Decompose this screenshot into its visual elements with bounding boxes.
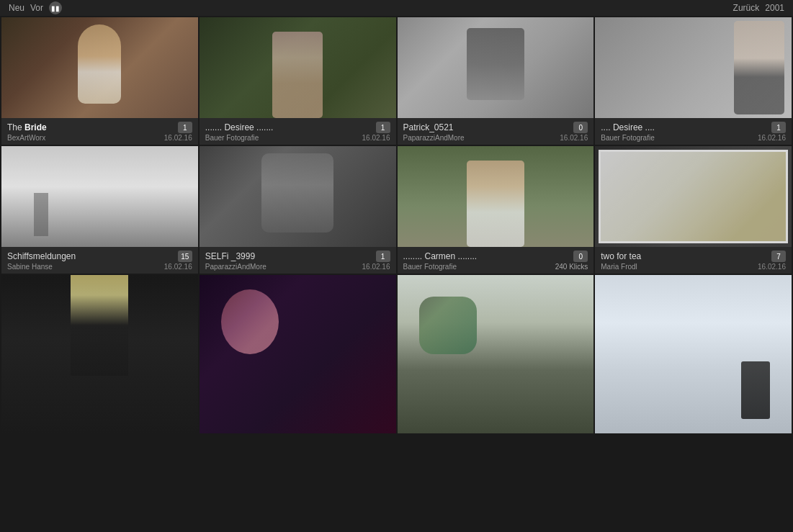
card-author-twoftea: Maria Frodl bbox=[601, 263, 637, 271]
card-info-row1-carmen: ........ Carmen ........0 bbox=[403, 251, 588, 262]
photo-image-desiree2 bbox=[595, 17, 792, 118]
photo-card-rose[interactable] bbox=[200, 275, 396, 433]
card-author-desiree1: Bauer Fotografie bbox=[205, 134, 259, 142]
card-author-desiree2: Bauer Fotografie bbox=[601, 134, 655, 142]
card-info-bride: The Bride1BexArtWorx16.02.16 bbox=[1, 118, 198, 145]
card-info-row1-bride: The Bride1 bbox=[7, 122, 192, 133]
card-author-schiff: Sabine Hanse bbox=[7, 263, 53, 271]
nav-page-number: 2001 bbox=[765, 3, 784, 13]
card-title-twoftea: two for tea bbox=[601, 251, 768, 261]
photo-card-twoftea[interactable]: two for tea7Maria Frodl16.02.16 bbox=[595, 146, 792, 274]
card-date-desiree1: 16.02.16 bbox=[362, 134, 390, 142]
photo-image-selfi bbox=[200, 146, 396, 247]
card-title-patrick: Patrick_0521 bbox=[403, 122, 570, 132]
card-info-row2-twoftea: Maria Frodl16.02.16 bbox=[601, 263, 786, 271]
card-info-carmen: ........ Carmen ........0Bauer Fotografi… bbox=[398, 247, 594, 274]
photo-card-bride[interactable]: The Bride1BexArtWorx16.02.16 bbox=[1, 17, 198, 145]
photo-image-desiree1 bbox=[200, 17, 396, 118]
photo-card-patrick[interactable]: Patrick_05210PaparazziAndMore16.02.16 bbox=[398, 17, 594, 145]
photo-image-snow bbox=[595, 275, 792, 433]
card-badge-desiree1: 1 bbox=[376, 122, 390, 133]
card-badge-twoftea: 7 bbox=[771, 251, 786, 262]
card-info-selfi: SELFi _39991PaparazziAndMore16.02.16 bbox=[200, 247, 396, 274]
card-badge-patrick: 0 bbox=[573, 122, 588, 133]
photo-image-bride bbox=[1, 17, 198, 118]
card-title-desiree1: ....... Desiree ....... bbox=[205, 122, 372, 132]
card-date-schiff: 16.02.16 bbox=[164, 263, 192, 271]
card-badge-bride: 1 bbox=[178, 122, 192, 133]
top-navigation-bar: Neu Vor ▮▮ Zurück 2001 bbox=[0, 0, 793, 16]
card-info-row2-patrick: PaparazziAndMore16.02.16 bbox=[403, 134, 588, 142]
card-info-row2-carmen: Bauer Fotografie240 Klicks bbox=[403, 263, 588, 271]
card-info-desiree1: ....... Desiree .......1Bauer Fotografie… bbox=[200, 118, 396, 145]
card-info-row1-desiree1: ....... Desiree .......1 bbox=[205, 122, 390, 133]
card-info-row2-schiff: Sabine Hanse16.02.16 bbox=[7, 263, 192, 271]
nav-neu-link[interactable]: Neu bbox=[9, 3, 24, 13]
card-info-row2-desiree2: Bauer Fotografie16.02.16 bbox=[601, 134, 786, 142]
photo-card-tree[interactable] bbox=[398, 275, 594, 433]
card-clicks-carmen: 240 Klicks bbox=[555, 263, 588, 271]
card-title-selfi: SELFi _3999 bbox=[205, 251, 372, 261]
card-date-twoftea: 16.02.16 bbox=[758, 263, 786, 271]
card-info-row1-twoftea: two for tea7 bbox=[601, 251, 786, 262]
card-author-selfi: PaparazziAndMore bbox=[205, 263, 266, 271]
card-title-schiff: Schiffsmeldungen bbox=[7, 251, 174, 261]
card-title-carmen: ........ Carmen ........ bbox=[403, 251, 570, 261]
photo-image-blond bbox=[1, 275, 198, 433]
card-info-row2-desiree1: Bauer Fotografie16.02.16 bbox=[205, 134, 390, 142]
photo-card-snow[interactable] bbox=[595, 275, 792, 433]
play-button[interactable]: ▮▮ bbox=[49, 1, 62, 14]
card-info-row2-selfi: PaparazziAndMore16.02.16 bbox=[205, 263, 390, 271]
nav-zuruck-link[interactable]: Zurück bbox=[733, 3, 760, 13]
card-info-row1-selfi: SELFi _39991 bbox=[205, 251, 390, 262]
card-title-bride: The Bride bbox=[7, 122, 174, 132]
card-info-row1-desiree2: .... Desiree ....1 bbox=[601, 122, 786, 133]
photo-image-patrick bbox=[398, 17, 594, 118]
photo-card-carmen[interactable]: ........ Carmen ........0Bauer Fotografi… bbox=[398, 146, 594, 274]
card-badge-carmen: 0 bbox=[573, 251, 588, 262]
photo-image-twoftea bbox=[595, 146, 792, 247]
photo-card-schiff[interactable]: Schiffsmeldungen15Sabine Hanse16.02.16 bbox=[1, 146, 198, 274]
photo-image-schiff bbox=[1, 146, 198, 247]
card-info-row1-schiff: Schiffsmeldungen15 bbox=[7, 251, 192, 262]
card-author-bride: BexArtWorx bbox=[7, 134, 45, 142]
photo-image-rose bbox=[200, 275, 396, 433]
photo-card-desiree2[interactable]: .... Desiree ....1Bauer Fotografie16.02.… bbox=[595, 17, 792, 145]
top-bar-left: Neu Vor ▮▮ bbox=[9, 1, 62, 14]
photo-grid: The Bride1BexArtWorx16.02.16....... Desi… bbox=[0, 16, 793, 435]
photo-card-desiree1[interactable]: ....... Desiree .......1Bauer Fotografie… bbox=[200, 17, 396, 145]
card-info-schiff: Schiffsmeldungen15Sabine Hanse16.02.16 bbox=[1, 247, 198, 274]
card-badge-selfi: 1 bbox=[376, 251, 390, 262]
card-date-selfi: 16.02.16 bbox=[362, 263, 390, 271]
photo-image-tree bbox=[398, 275, 594, 433]
photo-image-carmen bbox=[398, 146, 594, 247]
photo-card-blond[interactable] bbox=[1, 275, 198, 433]
card-info-twoftea: two for tea7Maria Frodl16.02.16 bbox=[595, 247, 792, 274]
card-author-patrick: PaparazziAndMore bbox=[403, 134, 465, 142]
card-badge-schiff: 15 bbox=[178, 251, 192, 262]
top-bar-right: Zurück 2001 bbox=[733, 3, 784, 13]
nav-vor-link[interactable]: Vor bbox=[30, 3, 43, 13]
card-info-row1-patrick: Patrick_05210 bbox=[403, 122, 588, 133]
card-date-patrick: 16.02.16 bbox=[560, 134, 588, 142]
card-author-carmen: Bauer Fotografie bbox=[403, 263, 457, 271]
card-title-desiree2: .... Desiree .... bbox=[601, 122, 768, 132]
card-date-bride: 16.02.16 bbox=[164, 134, 192, 142]
card-info-desiree2: .... Desiree ....1Bauer Fotografie16.02.… bbox=[595, 118, 792, 145]
card-badge-desiree2: 1 bbox=[771, 122, 786, 133]
card-date-desiree2: 16.02.16 bbox=[758, 134, 786, 142]
card-info-row2-bride: BexArtWorx16.02.16 bbox=[7, 134, 192, 142]
photo-card-selfi[interactable]: SELFi _39991PaparazziAndMore16.02.16 bbox=[200, 146, 396, 274]
card-info-patrick: Patrick_05210PaparazziAndMore16.02.16 bbox=[398, 118, 594, 145]
